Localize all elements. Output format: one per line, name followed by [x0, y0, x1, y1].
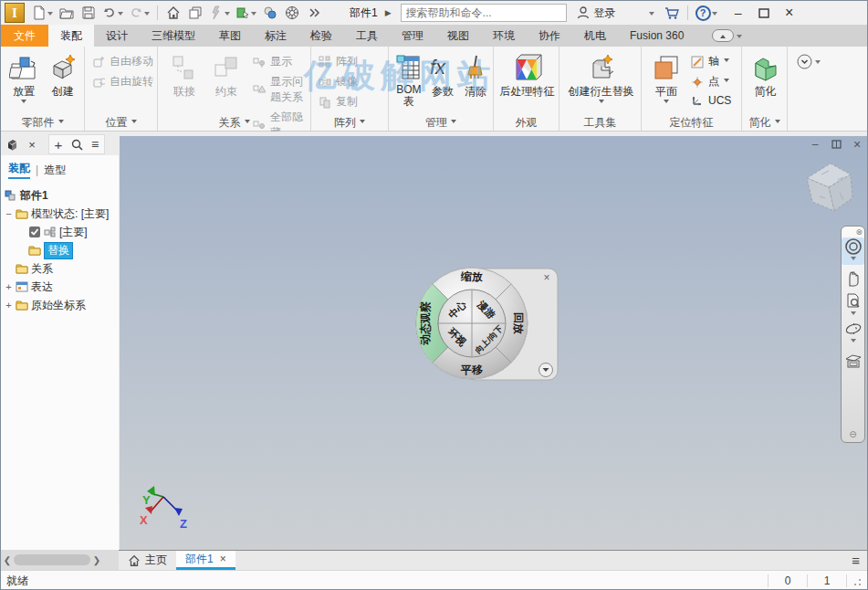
group-label-simplify[interactable]: 简化 [742, 115, 787, 130]
wheel-menu-button[interactable] [539, 363, 553, 377]
chevron-down-icon[interactable] [851, 257, 856, 263]
navbar-zoom-button[interactable] [842, 292, 864, 320]
help-button[interactable]: ? [694, 3, 719, 23]
scroll-right-icon[interactable]: ❯ [92, 555, 101, 565]
tree-node-primary[interactable]: [主要] [5, 223, 117, 241]
view-cube[interactable] [794, 156, 860, 218]
create-button[interactable]: 创建 [46, 51, 81, 106]
tab-collaborate[interactable]: 协作 [527, 25, 572, 47]
switch-windows-button[interactable] [185, 3, 205, 23]
navbar-steering-wheel-button[interactable] [842, 237, 864, 265]
group-label-position[interactable]: 位置 [85, 115, 157, 130]
show-sick-relationships-button[interactable]: 显示问题关系 [253, 74, 310, 105]
group-label-work-features[interactable]: 定位特征 [642, 115, 741, 130]
point-button[interactable]: 点 [691, 74, 731, 90]
new-file-button[interactable] [30, 3, 55, 23]
ucs-button[interactable]: UCS [691, 94, 731, 107]
wheel-zoom-label[interactable]: 缩放 [460, 270, 483, 283]
mirror-button[interactable]: 镜像 [319, 74, 388, 90]
tab-view[interactable]: 视图 [435, 25, 481, 47]
expand-expander-icon[interactable]: + [5, 300, 13, 311]
tab-environment[interactable]: 环境 [481, 25, 527, 47]
parameters-button[interactable]: fx 参数 [427, 51, 458, 108]
browser-hscrollbar[interactable]: ❮ ❯ [1, 550, 119, 570]
update-button[interactable] [207, 3, 232, 23]
material-button[interactable] [260, 3, 280, 23]
doc-restore-button[interactable] [830, 139, 842, 150]
tab-tools[interactable]: 工具 [344, 25, 390, 47]
group-label-toolset[interactable]: 工具集 [559, 115, 641, 130]
tab-assembly[interactable]: 装配 [48, 25, 94, 47]
close-button[interactable]: × [779, 4, 800, 22]
bom-button[interactable]: BOM表 [394, 51, 424, 108]
scrollbar-thumb[interactable] [14, 554, 90, 565]
clean-button[interactable]: 清除 [462, 51, 489, 108]
browser-tab-model[interactable]: 造型 [44, 163, 66, 178]
tab-3d-model[interactable]: 三维模型 [140, 25, 207, 47]
navbar-pan-button[interactable] [842, 265, 864, 292]
more-commands-button[interactable] [304, 3, 324, 23]
ribbon-collapse-circle-button[interactable] [797, 54, 821, 69]
chevron-down-icon[interactable] [851, 311, 856, 318]
collapse-expander-icon[interactable]: − [5, 208, 13, 219]
simplify-button[interactable]: 简化 [748, 51, 783, 100]
derive-button[interactable]: 创建衍生替换 [565, 51, 637, 106]
tab-close-icon[interactable]: × [220, 553, 226, 565]
copy-button[interactable]: 复制 [319, 94, 388, 110]
doc-minimize-button[interactable]: – [809, 139, 821, 150]
store-button[interactable] [662, 3, 682, 23]
resize-grip[interactable] [851, 575, 862, 586]
group-label-relationships[interactable]: 关系 [158, 115, 310, 130]
open-button[interactable] [57, 3, 77, 23]
tree-node-relationships[interactable]: 关系 [5, 259, 117, 278]
tree-node-root[interactable]: 部件1 [5, 186, 117, 205]
login-button[interactable]: 登录 [576, 5, 616, 21]
save-button[interactable] [78, 3, 99, 23]
tab-inspect[interactable]: 检验 [298, 25, 344, 47]
minimize-button[interactable]: – [728, 4, 748, 22]
tree-node-origin[interactable]: + 原始坐标系 [5, 296, 117, 314]
free-rotate-button[interactable]: 自由旋转 [92, 74, 157, 90]
scroll-left-icon[interactable]: ❮ [3, 555, 12, 565]
maximize-button[interactable] [754, 4, 774, 22]
ribbon-collapse-button[interactable] [712, 25, 742, 47]
undo-button[interactable] [100, 3, 125, 23]
place-button[interactable]: 放置 [6, 51, 42, 106]
checkbox-checked-icon[interactable] [28, 226, 41, 238]
tree-node-representations[interactable]: + 表达 [5, 278, 117, 296]
redo-button[interactable] [127, 3, 152, 23]
post-feature-button[interactable]: 后处理特征 [499, 51, 555, 100]
group-label-manage[interactable]: 管理 [389, 115, 493, 130]
tree-node-substitute[interactable]: 替换 [5, 241, 117, 259]
tab-mechatronics[interactable]: 机电 [572, 25, 618, 47]
appearance-button[interactable] [282, 3, 302, 23]
navbar-close-button[interactable]: ⊗ [855, 228, 863, 237]
tab-manage[interactable]: 管理 [390, 25, 435, 47]
tab-home[interactable]: 主页 [119, 551, 176, 570]
browser-search-button[interactable] [68, 135, 86, 153]
tab-sketch[interactable]: 草图 [207, 25, 253, 47]
wheel-rewind-label[interactable]: 回放 [512, 312, 525, 334]
tab-annotate[interactable]: 标注 [253, 25, 298, 47]
rename-field[interactable]: 替换 [44, 242, 73, 259]
group-label-appearance[interactable]: 外观 [494, 115, 559, 130]
viewport[interactable]: – × ⊗ [120, 136, 867, 550]
browser-close-button[interactable]: × [23, 135, 41, 153]
axis-button[interactable]: 轴 [691, 54, 731, 69]
tab-design[interactable]: 设计 [94, 25, 140, 47]
tab-part1[interactable]: 部件1 × [176, 551, 235, 570]
group-label-components[interactable]: 零部件 [1, 115, 84, 130]
wheel-pan-label[interactable]: 平移 [460, 363, 483, 376]
doc-nav-arrow-icon[interactable]: ▶ [385, 8, 392, 17]
expand-expander-icon[interactable]: + [5, 281, 13, 292]
browser-add-button[interactable]: + [49, 135, 68, 153]
plane-button[interactable]: 平面 [647, 51, 685, 107]
app-logo-icon[interactable]: I [5, 3, 25, 23]
navbar-collapse-button[interactable]: ⊖ [849, 429, 856, 440]
show-relationships-button[interactable]: 显示 [253, 54, 310, 69]
navbar-orbit-button[interactable] [842, 320, 864, 347]
group-label-pattern[interactable]: 阵列 [311, 115, 388, 130]
chevron-down-icon[interactable] [649, 12, 654, 18]
free-move-button[interactable]: 自由移动 [92, 54, 157, 69]
home-button[interactable] [163, 3, 183, 23]
